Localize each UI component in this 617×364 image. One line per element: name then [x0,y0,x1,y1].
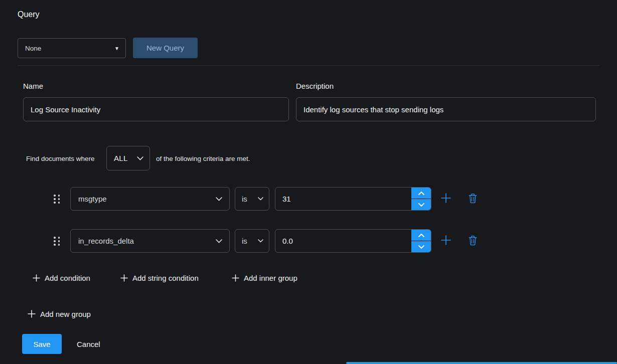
name-label: Name [23,82,43,90]
drag-handle-icon[interactable] [54,237,61,246]
delete-condition-button[interactable] [467,235,478,246]
horizontal-scrollbar-thumb[interactable] [346,362,617,364]
page-title: Query [18,10,40,19]
comparator-select[interactable]: is [235,187,269,211]
save-button[interactable]: Save [22,334,62,354]
spinner-up-button[interactable] [411,188,431,199]
trash-icon [468,235,478,246]
comparator-select-value: is [242,195,247,203]
chevron-up-icon [418,192,424,195]
field-select-value: in_records_delta [78,237,134,245]
match-operator-select[interactable]: ALL [106,146,150,170]
chevron-down-icon [258,197,263,201]
chevron-down-icon [418,245,424,249]
add-condition-label: Add condition [45,274,90,282]
query-builder-page: Query None ▼ New Query Name Description … [0,0,617,364]
criteria-suffix-text: of the following criteria are met. [156,155,250,162]
field-select[interactable]: in_records_delta [70,229,230,253]
plus-icon [33,274,40,282]
chevron-down-icon [258,239,263,243]
plus-icon [440,235,451,246]
chevron-down-icon [137,156,143,160]
delete-condition-button[interactable] [467,193,478,204]
spinner-down-button[interactable] [411,241,431,252]
spinner-down-button[interactable] [411,199,431,210]
condition-row: in_records_delta is [0,229,617,253]
match-operator-value: ALL [114,154,128,162]
plus-icon [120,274,128,282]
section-divider [18,65,599,66]
add-string-condition-link[interactable]: Add string condition [120,272,199,283]
chevron-down-icon [216,197,222,201]
criteria-prefix-text: Find documents where [26,155,95,162]
add-condition-link[interactable]: Add condition [33,272,90,283]
description-input[interactable] [296,97,596,121]
trash-icon [468,193,478,204]
add-condition-inline-button[interactable] [439,234,452,247]
dropdown-arrow-icon: ▼ [114,46,119,51]
value-input[interactable] [275,188,431,210]
chevron-down-icon [418,203,424,207]
description-label: Description [296,82,334,90]
value-input[interactable] [275,230,431,252]
saved-query-select[interactable]: None ▼ [18,38,126,58]
add-new-group-link[interactable]: Add new group [28,308,91,319]
number-spinner [411,188,431,210]
saved-query-select-value: None [25,45,41,52]
plus-icon [440,193,451,204]
add-condition-inline-button[interactable] [439,192,452,205]
chevron-down-icon [216,239,222,243]
field-select-value: msgtype [78,195,107,203]
add-new-group-label: Add new group [40,310,91,318]
spinner-up-button[interactable] [411,230,431,241]
number-spinner [411,230,431,252]
value-input-wrapper [275,229,431,253]
field-select[interactable]: msgtype [70,187,230,211]
value-input-wrapper [275,187,431,211]
plus-icon [28,310,36,318]
add-inner-group-label: Add inner group [244,274,297,282]
cancel-button[interactable]: Cancel [77,334,100,354]
plus-icon [232,274,239,282]
comparator-select-value: is [242,237,247,245]
new-query-button[interactable]: New Query [133,38,198,58]
comparator-select[interactable]: is [235,229,269,253]
chevron-up-icon [418,234,424,237]
drag-handle-icon[interactable] [54,195,61,204]
add-string-condition-label: Add string condition [132,274,199,282]
condition-row: msgtype is [0,187,617,211]
name-input[interactable] [23,97,289,121]
add-inner-group-link[interactable]: Add inner group [232,272,297,283]
